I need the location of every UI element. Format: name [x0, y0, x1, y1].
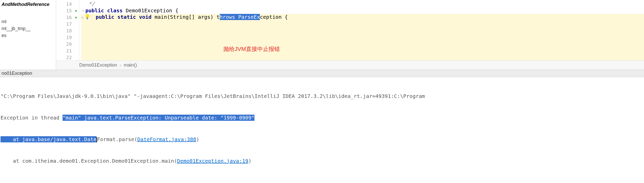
intention-bulb-icon[interactable]: 💡 — [84, 14, 90, 19]
run-gutter-icon[interactable]: ▶ — [75, 15, 77, 19]
line-number: 20 — [56, 41, 79, 47]
breadcrumb-separator: › — [120, 62, 121, 68]
tree-item[interactable]: ml — [1, 18, 55, 25]
tree-item[interactable]: ml__jb_tmp__ — [1, 25, 55, 32]
project-tree[interactable]: AndMethodReference ml ml__jb_tmp__ es — [0, 0, 56, 70]
console-command: "C:\Program Files\Java\jdk-9.0.1\bin\jav… — [1, 93, 643, 100]
line-number: 22 — [56, 54, 79, 60]
text-selection: hrows ParseEx — [220, 14, 260, 20]
line-number: 21 — [56, 47, 79, 54]
console-selection: "main" java.text.ParseException: Unparse… — [63, 115, 255, 121]
line-number: 17 — [56, 21, 79, 27]
run-gutter-icon[interactable]: ▶ — [75, 8, 77, 13]
stacktrace-link[interactable]: Demo01Exception.java:19 — [177, 158, 248, 164]
tree-item[interactable]: AndMethodReference — [1, 1, 55, 8]
gutter[interactable]: 14 15▶ 16▶ 17 18 19 20 21 22 23 — [56, 0, 79, 60]
fold-icon[interactable]: ⊟ — [81, 16, 83, 20]
line-number: 16▶ — [56, 14, 79, 21]
tree-item[interactable]: es — [1, 32, 55, 39]
line-number: 18 — [56, 27, 79, 34]
breadcrumbs[interactable]: Demo01Exception › main() — [56, 60, 644, 70]
breadcrumb-method[interactable]: main() — [124, 62, 137, 68]
code-editor[interactable]: 💡 */ ⊟public class Demo01Exception { ⊟ p… — [79, 0, 644, 60]
fold-icon[interactable]: ⊟ — [81, 9, 85, 13]
editor-area: 14 15▶ 16▶ 17 18 19 20 21 22 23 💡 */ ⊟pu… — [56, 0, 644, 70]
breadcrumb-class[interactable]: Demo01Exception — [79, 62, 117, 68]
console-output[interactable]: "C:\Program Files\Java\jdk-9.0.1\bin\jav… — [0, 77, 644, 183]
line-number: 19 — [56, 34, 79, 41]
external-annotation: 抛给JVM直接中止报错 — [223, 45, 280, 53]
line-number: 14 — [56, 1, 79, 7]
run-tab-header[interactable]: no01Exception — [0, 70, 644, 77]
stacktrace-link[interactable]: DateFormat.java:388 — [137, 136, 196, 142]
line-number: 15▶ — [56, 7, 79, 14]
